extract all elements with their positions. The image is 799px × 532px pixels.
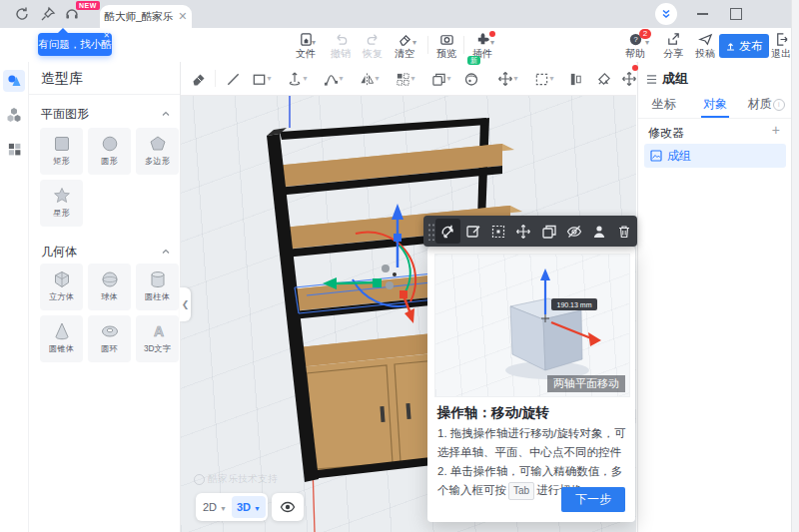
visibility-button[interactable] <box>272 493 304 521</box>
copy-tool-caret[interactable]: ▼ <box>445 75 452 82</box>
add-modifier-button[interactable]: + <box>772 122 780 138</box>
tutorial-card: 190.13 mm 两轴平面移动 操作轴：移动/旋转 1. 拖拽操作轴进行移动/… <box>427 247 635 522</box>
submit-button[interactable]: 投稿 <box>687 32 723 60</box>
components-icon <box>7 142 22 157</box>
rect-icon <box>52 134 72 154</box>
collapse-window-button[interactable] <box>655 3 677 25</box>
shape-item-circle[interactable]: 圆形 <box>88 128 131 175</box>
tab-close-icon[interactable]: ✕ <box>178 10 187 23</box>
shape-item-cylinder[interactable]: 圆柱体 <box>136 264 179 310</box>
info-icon: i <box>773 99 785 111</box>
smart-select-button[interactable] <box>486 219 510 244</box>
torus-icon <box>100 321 120 341</box>
move-rotate-icon <box>439 224 455 240</box>
tab-title: 酷大师_酷家乐 <box>104 10 173 24</box>
cubes-icon <box>6 107 22 123</box>
new-badge: NEW <box>76 1 100 10</box>
pin-icon[interactable] <box>40 6 56 22</box>
minimize-button[interactable] <box>697 13 708 15</box>
array-tool-caret[interactable]: ▼ <box>409 75 416 82</box>
panel-collapse-handle[interactable]: ❮ <box>180 287 191 321</box>
move-object-button[interactable] <box>511 219 535 244</box>
eraser-tool[interactable] <box>188 69 210 89</box>
move-tool-caret[interactable]: ▼ <box>512 75 519 82</box>
transform-tool[interactable] <box>618 69 640 89</box>
align-tool[interactable] <box>564 69 586 89</box>
puzzle-icon <box>475 32 490 47</box>
section-solids: 几何体 <box>41 244 77 261</box>
shape-item-cube[interactable]: 立方体 <box>40 264 83 310</box>
duplicate-button[interactable] <box>536 219 560 244</box>
tab-coordinates[interactable]: 坐标 <box>638 92 689 118</box>
help-caret-icon[interactable]: ▾ <box>645 38 649 47</box>
curve-tool-caret[interactable]: ▼ <box>338 75 345 82</box>
tooltip-close-icon[interactable]: ✕ <box>103 31 110 40</box>
browser-tab[interactable]: 酷大师_酷家乐 ✕ <box>100 5 192 28</box>
shape-item-torus[interactable]: 圆环 <box>88 315 131 362</box>
rail-item-shapes[interactable] <box>3 70 25 92</box>
modifier-label: 修改器 <box>648 125 684 142</box>
watermark: 酷家乐技术支持 <box>194 472 278 486</box>
magic-select-icon <box>490 224 506 240</box>
tutorial-title: 操作轴：移动/旋转 <box>437 404 549 422</box>
plugin-caret-icon[interactable]: ▾ <box>490 38 494 47</box>
chevron-up-icon[interactable] <box>162 248 170 256</box>
rect-tool-caret[interactable]: ▼ <box>266 75 273 82</box>
file-caret-icon[interactable]: ▾ <box>312 38 316 47</box>
object-context-toolbar <box>423 216 637 247</box>
modifier-item-group[interactable]: 成组 <box>644 144 786 168</box>
shape-item-star[interactable]: 星形 <box>40 180 83 227</box>
toolbar-drag-handle[interactable] <box>427 223 435 241</box>
delete-button[interactable] <box>612 219 636 244</box>
transform-notification-dot <box>632 65 638 71</box>
shape-item-sphere[interactable]: 球体 <box>88 264 131 310</box>
refresh-icon[interactable] <box>14 6 30 22</box>
maximize-button[interactable] <box>730 8 742 20</box>
tab-key: Tab <box>508 482 534 501</box>
edit-object-button[interactable] <box>461 219 485 244</box>
shape-item-3d-text[interactable]: A 3D文字 <box>136 315 179 362</box>
material-tool[interactable] <box>460 69 482 89</box>
svg-text:A: A <box>153 323 163 339</box>
shape-item-cone[interactable]: 圆锥体 <box>40 315 83 362</box>
share-button[interactable]: 分享 <box>655 32 691 60</box>
next-step-button[interactable]: 下一步 <box>561 487 625 512</box>
clear-button[interactable]: 清空 <box>387 32 422 60</box>
paint-tool[interactable] <box>592 69 614 89</box>
mirror-tool-caret[interactable]: ▼ <box>374 75 381 82</box>
gizmo-mode-button[interactable] <box>435 219 459 244</box>
file-button[interactable]: 文件 <box>288 32 324 60</box>
rail-item-components[interactable] <box>3 138 25 160</box>
shape-item-rect[interactable]: 矩形 <box>40 128 83 175</box>
shapes-icon <box>6 73 22 89</box>
select-tool-caret[interactable]: ▼ <box>548 75 555 82</box>
undo-button[interactable]: 撤销 <box>323 32 359 60</box>
hide-button[interactable] <box>562 219 586 244</box>
publish-button[interactable]: 发布 <box>719 34 769 58</box>
view-mode-switch: 2D ▼ 3D ▼ <box>196 493 268 521</box>
view-3d-button[interactable]: 3D ▼ <box>232 496 266 518</box>
left-rail <box>0 62 29 532</box>
preview-button[interactable]: 预览 <box>428 32 464 60</box>
redo-icon <box>366 32 381 47</box>
gizmo-tool-caret[interactable]: ▼ <box>302 75 309 82</box>
tab-material[interactable]: 材质i <box>741 92 792 118</box>
line-tool[interactable] <box>222 69 244 89</box>
view-2d-button[interactable]: 2D ▼ <box>198 501 232 513</box>
3d-text-icon: A <box>148 321 168 341</box>
clear-caret-icon[interactable]: ▾ <box>412 38 416 47</box>
plugin-notification-dot <box>489 31 495 37</box>
avatar-scale-button[interactable] <box>587 219 611 244</box>
share-icon <box>666 32 681 47</box>
rail-item-models[interactable] <box>3 104 25 126</box>
inspector-panel: 成组 坐标 对象 材质i 修改器 + 成组 <box>637 62 792 532</box>
list-icon <box>646 74 657 85</box>
tab-object[interactable]: 对象 <box>689 92 740 118</box>
chevron-up-icon[interactable] <box>162 110 170 118</box>
redo-button[interactable]: 恢复 <box>355 32 391 60</box>
circle-icon <box>100 134 120 154</box>
shape-item-polygon[interactable]: 多边形 <box>136 128 179 175</box>
assistant-tooltip-text: 有问题，找小酷 <box>38 38 112 52</box>
inspector-title: 成组 <box>662 70 688 88</box>
assistant-tooltip[interactable]: 有问题，找小酷 ✕ <box>38 33 112 56</box>
